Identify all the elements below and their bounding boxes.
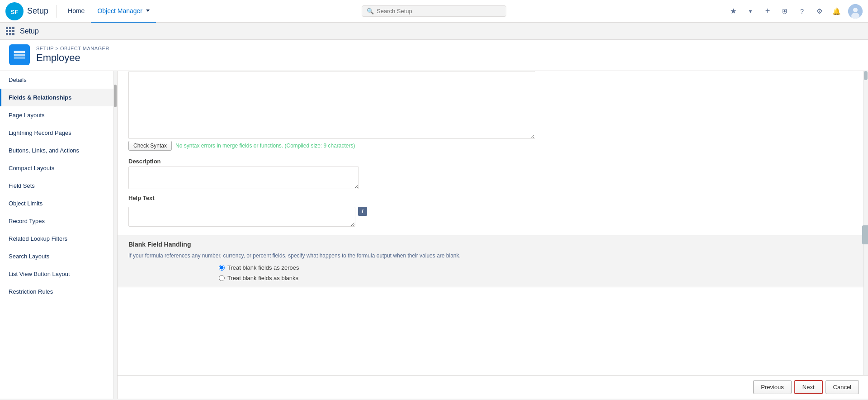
salesforce-logo[interactable]: SF bbox=[5, 2, 24, 20]
blank-field-radio-group: Treat blank fields as zeroes Treat blank… bbox=[128, 264, 857, 281]
bell-icon[interactable]: 🔔 bbox=[831, 6, 842, 17]
object-icon bbox=[9, 44, 30, 65]
svg-rect-5 bbox=[14, 51, 25, 53]
bottom-action-bar: Previous Next Cancel bbox=[118, 375, 868, 399]
grid-icon[interactable] bbox=[5, 26, 15, 37]
svg-rect-6 bbox=[14, 54, 25, 56]
main-layout: Details Fields & Relationships Page Layo… bbox=[0, 71, 868, 399]
sidebar-item-list-view-button-layout[interactable]: List View Button Layout bbox=[0, 265, 117, 283]
object-title: Employee bbox=[36, 52, 109, 64]
blank-field-description: If your formula references any number, c… bbox=[128, 252, 857, 259]
help-icon[interactable]: ⛨ bbox=[779, 6, 790, 17]
object-header: SETUP > OBJECT MANAGER Employee bbox=[0, 40, 868, 71]
previous-button[interactable]: Previous bbox=[753, 380, 792, 394]
nav-object-manager[interactable]: Object Manager bbox=[91, 0, 156, 23]
gear-icon[interactable]: ⚙ bbox=[814, 6, 825, 17]
nav-links: Home Object Manager bbox=[61, 0, 156, 23]
search-container: 🔍 bbox=[362, 5, 506, 17]
search-bar: 🔍 bbox=[362, 5, 506, 17]
next-button[interactable]: Next bbox=[794, 380, 823, 394]
top-navigation: SF Setup Home Object Manager 🔍 ★ ▼ + ⛨ ?… bbox=[0, 0, 868, 23]
help-text-section: Help Text i bbox=[118, 189, 868, 227]
sidebar-item-details[interactable]: Details bbox=[0, 71, 117, 89]
sidebar-item-fields-relationships[interactable]: Fields & Relationships bbox=[0, 89, 117, 106]
sidebar-item-page-layouts[interactable]: Page Layouts bbox=[0, 106, 117, 124]
sidebar-item-record-types[interactable]: Record Types bbox=[0, 212, 117, 230]
content-area: Check Syntax No syntax errors in merge f… bbox=[118, 71, 868, 399]
sidebar: Details Fields & Relationships Page Layo… bbox=[0, 71, 118, 399]
blank-field-section: Blank Field Handling If your formula ref… bbox=[118, 235, 868, 287]
description-label: Description bbox=[128, 158, 857, 165]
formula-textarea[interactable] bbox=[128, 71, 535, 139]
radio-blanks-input[interactable] bbox=[219, 275, 225, 281]
setup-label: Setup bbox=[20, 27, 39, 35]
sidebar-item-object-limits[interactable]: Object Limits bbox=[0, 195, 117, 212]
question-icon[interactable]: ? bbox=[797, 6, 807, 17]
app-bar: Setup bbox=[0, 23, 868, 40]
add-icon[interactable]: + bbox=[762, 6, 773, 17]
breadcrumb: SETUP > OBJECT MANAGER bbox=[36, 46, 109, 51]
radio-treat-blanks[interactable]: Treat blank fields as blanks bbox=[219, 275, 857, 281]
check-syntax-button[interactable]: Check Syntax bbox=[128, 141, 172, 151]
svg-point-3 bbox=[853, 8, 858, 12]
description-section: Description bbox=[118, 158, 868, 189]
svg-rect-7 bbox=[14, 57, 25, 59]
app-name: Setup bbox=[27, 6, 48, 16]
sidebar-item-search-layouts[interactable]: Search Layouts bbox=[0, 248, 117, 265]
sidebar-scrollbar-thumb[interactable] bbox=[114, 85, 117, 107]
sidebar-scrollbar[interactable] bbox=[113, 71, 117, 399]
top-right-icons: ★ ▼ + ⛨ ? ⚙ 🔔 bbox=[728, 4, 863, 19]
dropdown-icon[interactable]: ▼ bbox=[745, 6, 756, 17]
sidebar-item-field-sets[interactable]: Field Sets bbox=[0, 177, 117, 195]
blank-field-title: Blank Field Handling bbox=[128, 241, 857, 248]
check-syntax-row: Check Syntax No syntax errors in merge f… bbox=[118, 141, 868, 151]
search-icon: 🔍 bbox=[367, 8, 374, 14]
syntax-message: No syntax errors in merge fields or func… bbox=[175, 143, 355, 149]
right-edge-handle[interactable] bbox=[862, 225, 868, 244]
sidebar-item-lightning-record-pages[interactable]: Lightning Record Pages bbox=[0, 124, 117, 142]
cancel-button[interactable]: Cancel bbox=[826, 380, 859, 394]
sidebar-item-buttons-links-actions[interactable]: Buttons, Links, and Actions bbox=[0, 142, 117, 159]
help-text-row: i bbox=[128, 207, 857, 227]
info-icon[interactable]: i bbox=[358, 207, 367, 216]
radio-zeroes-input[interactable] bbox=[219, 265, 225, 271]
description-textarea[interactable] bbox=[128, 167, 359, 189]
radio-treat-zeroes[interactable]: Treat blank fields as zeroes bbox=[219, 264, 857, 271]
sidebar-item-restriction-rules[interactable]: Restriction Rules bbox=[0, 283, 117, 300]
search-input[interactable] bbox=[377, 8, 494, 14]
sidebar-item-compact-layouts[interactable]: Compact Layouts bbox=[0, 159, 117, 177]
help-text-textarea[interactable] bbox=[128, 207, 355, 227]
nav-divider bbox=[57, 5, 57, 18]
avatar[interactable] bbox=[848, 4, 863, 19]
formula-section bbox=[118, 71, 868, 139]
help-text-label: Help Text bbox=[128, 195, 857, 201]
object-manager-chevron bbox=[146, 10, 150, 12]
sidebar-item-related-lookup-filters[interactable]: Related Lookup Filters bbox=[0, 230, 117, 248]
svg-text:SF: SF bbox=[11, 9, 19, 15]
object-header-text: SETUP > OBJECT MANAGER Employee bbox=[36, 46, 109, 64]
nav-home[interactable]: Home bbox=[61, 0, 91, 23]
content-scrollbar-thumb[interactable] bbox=[864, 71, 868, 80]
star-icon[interactable]: ★ bbox=[728, 6, 739, 17]
